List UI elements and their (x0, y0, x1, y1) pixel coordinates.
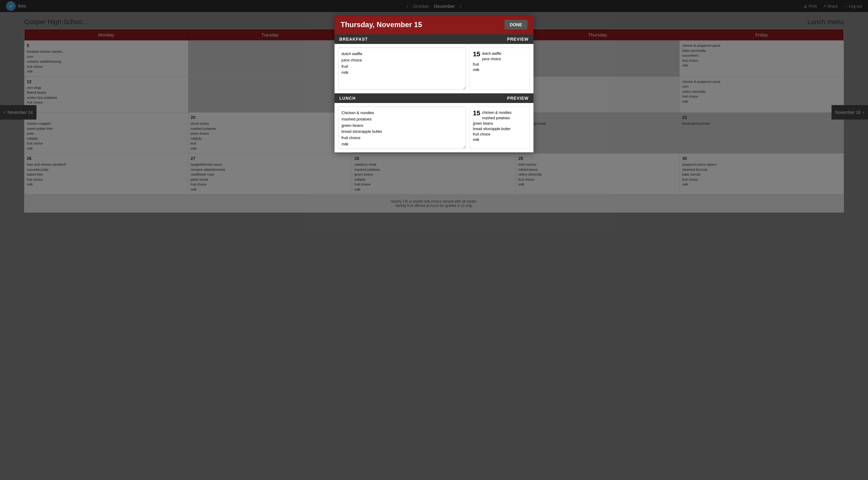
lunch-preview-label: PREVIEW (507, 96, 529, 101)
lunch-label: LUNCH (339, 96, 355, 101)
edit-modal: Thursday, November 15 DONE BREAKFAST PRE… (335, 15, 533, 152)
breakfast-preview-label: PREVIEW (507, 37, 529, 41)
lunch-preview-date: 15 (473, 110, 480, 116)
breakfast-label: BREAKFAST (339, 37, 368, 41)
modal-overlay[interactable]: Thursday, November 15 DONE BREAKFAST PRE… (0, 0, 868, 480)
lunch-textarea[interactable]: Chicken & noodles mashed potatoes green … (338, 107, 466, 149)
lunch-preview: 15 chicken & noodlesmashed potatoesgreen… (470, 107, 530, 149)
breakfast-preview-date: 15 (473, 51, 480, 58)
modal-header: Thursday, November 15 DONE (335, 15, 533, 34)
modal-title: Thursday, November 15 (341, 21, 422, 29)
done-button[interactable]: DONE (504, 20, 527, 30)
breakfast-section-header: BREAKFAST PREVIEW (335, 34, 533, 44)
breakfast-content-row: dutch waffle juice choice fruit milk 15 … (335, 44, 533, 93)
breakfast-textarea[interactable]: dutch waffle juice choice fruit milk (338, 47, 466, 90)
breakfast-preview: 15 dutch wafflejuice choicefruitmilk (470, 47, 530, 90)
lunch-content-row: Chicken & noodles mashed potatoes green … (335, 103, 533, 152)
lunch-section-header: LUNCH PREVIEW (335, 93, 533, 103)
